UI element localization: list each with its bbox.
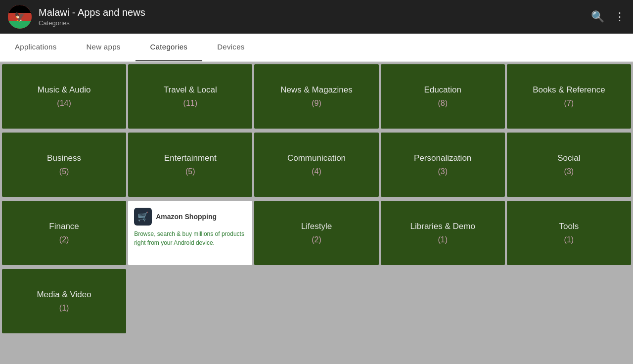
tab-applications[interactable]: Applications <box>0 34 71 61</box>
category-count: (4) <box>312 167 321 176</box>
ad-description: Browse, search & buy millions of product… <box>134 229 246 247</box>
category-social[interactable]: Social (3) <box>507 133 631 197</box>
header-title-block: Malawi - Apps and news Categories <box>39 7 145 27</box>
category-lifestyle[interactable]: Lifestyle (2) <box>254 201 378 265</box>
app-logo: 🦅 <box>8 5 32 29</box>
category-count: (9) <box>312 99 321 108</box>
app-subtitle: Categories <box>39 19 145 27</box>
category-name: Books & Reference <box>533 85 605 95</box>
category-name: Tools <box>559 222 579 231</box>
tab-devices[interactable]: Devices <box>202 34 259 61</box>
category-name: Finance <box>49 222 79 231</box>
empty-cell-2 <box>254 269 378 333</box>
category-name: Entertainment <box>164 153 217 163</box>
category-books-reference[interactable]: Books & Reference (7) <box>507 64 631 129</box>
header-left: 🦅 Malawi - Apps and news Categories <box>8 5 145 29</box>
empty-cell-4 <box>507 269 631 333</box>
category-count: (1) <box>438 235 448 244</box>
category-education[interactable]: Education (8) <box>381 64 505 129</box>
category-finance[interactable]: Finance (2) <box>2 201 126 265</box>
nav-tabs: Applications New apps Categories Devices <box>0 34 633 62</box>
category-name: Media & Video <box>37 290 91 300</box>
ad-title: Amazon Shopping <box>156 213 217 221</box>
category-count: (8) <box>438 99 448 108</box>
category-count: (14) <box>57 99 71 108</box>
category-name: Personalization <box>414 153 471 163</box>
category-entertainment[interactable]: Entertainment (5) <box>128 133 252 197</box>
category-personalization[interactable]: Personalization (3) <box>381 133 505 197</box>
category-media-video[interactable]: Media & Video (1) <box>2 269 126 333</box>
category-libraries-demo[interactable]: Libraries & Demo (1) <box>381 201 505 265</box>
app-header: 🦅 Malawi - Apps and news Categories 🔍 ⋮ <box>0 0 633 34</box>
category-news-magazines[interactable]: News & Magazines (9) <box>254 64 378 129</box>
category-travel-local[interactable]: Travel & Local (11) <box>128 64 252 129</box>
category-count: (3) <box>438 167 448 176</box>
category-count: (2) <box>59 235 69 244</box>
amazon-icon: 🛒 <box>134 208 152 226</box>
overflow-menu-icon[interactable]: ⋮ <box>614 10 625 23</box>
category-count: (1) <box>59 304 69 313</box>
category-count: (7) <box>564 99 574 108</box>
category-name: Libraries & Demo <box>410 222 475 231</box>
category-name: Travel & Local <box>164 85 217 95</box>
category-count: (5) <box>59 167 69 176</box>
category-count: (2) <box>312 235 321 244</box>
amazon-ad-card[interactable]: 🛒 Amazon Shopping Browse, search & buy m… <box>128 201 252 265</box>
category-count: (11) <box>183 99 197 108</box>
category-name: News & Magazines <box>280 85 353 95</box>
header-actions: 🔍 ⋮ <box>591 10 625 23</box>
category-count: (5) <box>185 167 195 176</box>
category-grid-row3: Finance (2) 🛒 Amazon Shopping Browse, se… <box>0 199 633 267</box>
empty-cell-1 <box>128 269 252 333</box>
category-name: Music & Audio <box>38 85 91 95</box>
tab-new-apps[interactable]: New apps <box>71 34 135 61</box>
category-business[interactable]: Business (5) <box>2 133 126 197</box>
search-icon[interactable]: 🔍 <box>591 10 604 23</box>
category-tools[interactable]: Tools (1) <box>507 201 631 265</box>
app-title: Malawi - Apps and news <box>39 7 145 18</box>
category-grid-row1: Music & Audio (14) Travel & Local (11) N… <box>0 62 633 131</box>
category-name: Communication <box>287 153 346 163</box>
category-count: (3) <box>564 167 574 176</box>
category-name: Business <box>47 153 81 163</box>
ad-header: 🛒 Amazon Shopping <box>134 208 217 226</box>
category-name: Lifestyle <box>301 222 332 231</box>
category-grid-row4: Media & Video (1) <box>0 267 633 335</box>
category-name: Education <box>424 85 461 95</box>
category-grid-row2: Business (5) Entertainment (5) Communica… <box>0 131 633 199</box>
empty-cell-3 <box>381 269 505 333</box>
category-name: Social <box>557 153 580 163</box>
category-music-audio[interactable]: Music & Audio (14) <box>2 64 126 129</box>
category-count: (1) <box>564 235 574 244</box>
flag-icon: 🦅 <box>8 5 32 29</box>
category-communication[interactable]: Communication (4) <box>254 133 378 197</box>
tab-categories[interactable]: Categories <box>136 34 203 61</box>
